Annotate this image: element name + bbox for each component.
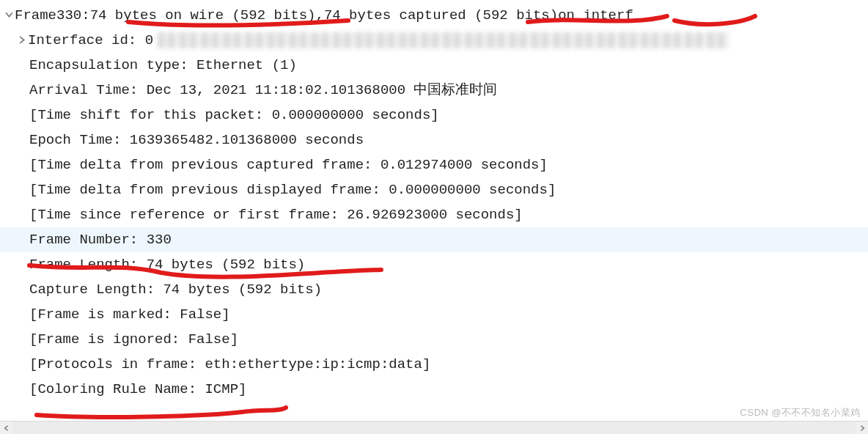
scroll-left-button[interactable] [0,422,12,434]
epoch-time-text: Epoch Time: 1639365482.101368000 seconds [29,128,364,152]
frame-suffix: on interf [558,3,633,28]
coloring-rule-row[interactable]: [Coloring Rule Name: ICMP] [0,377,868,402]
frame-bytes-captured: 74 bytes captured (592 bits) [324,3,558,28]
capture-length-row[interactable]: Capture Length: 74 bytes (592 bits) [0,277,868,302]
interface-id-label: Interface id: 0 [28,28,153,53]
frame-sep1: : [81,3,89,28]
frame-marked-row[interactable]: [Frame is marked: False] [0,302,868,327]
frame-marked-text: [Frame is marked: False] [29,302,230,327]
capture-length-text: Capture Length: 74 bytes (592 bits) [29,277,322,302]
watermark: CSDN @不不不知名小菜鸡 [740,406,861,419]
expand-arrow-frame[interactable] [3,3,15,28]
frame-ignored-row[interactable]: [Frame is ignored: False] [0,327,868,352]
frame-length-row[interactable]: Frame Length: 74 bytes (592 bits) [0,252,868,277]
frame-length-text: Frame Length: 74 bytes (592 bits) [29,252,305,277]
delta-displayed-text: [Time delta from previous displayed fram… [29,177,556,202]
arrival-time-text: Arrival Time: Dec 13, 2021 11:18:02.1013… [29,78,498,103]
delta-captured-text: [Time delta from previous captured frame… [29,152,548,177]
encapsulation-row[interactable]: Encapsulation type: Ethernet (1) [0,53,868,78]
protocols-text: [Protocols in frame: eth:ethertype:ip:ic… [29,352,430,377]
protocols-row[interactable]: [Protocols in frame: eth:ethertype:ip:ic… [0,352,868,377]
frame-sep2: , [316,3,324,28]
delta-captured-row[interactable]: [Time delta from previous captured frame… [0,152,868,177]
interface-id-row[interactable]: Interface id: 0 [0,28,868,53]
horizontal-scrollbar[interactable] [0,421,868,434]
time-shift-text: [Time shift for this packet: 0.000000000… [29,103,439,128]
scroll-track[interactable] [12,422,856,434]
frame-number-row[interactable]: Frame Number: 330 [0,227,868,252]
scroll-right-button[interactable] [856,422,868,434]
frame-prefix: Frame [15,3,56,28]
redacted-interface-value [158,32,729,48]
frame-header-text: Frame 330 : 74 bytes on wire (592 bits) … [15,3,633,28]
arrival-time-row[interactable]: Arrival Time: Dec 13, 2021 11:18:02.1013… [0,78,868,103]
coloring-rule-text: [Coloring Rule Name: ICMP] [29,377,246,402]
since-reference-text: [Time since reference or first frame: 26… [29,202,523,227]
packet-details-tree: Frame 330 : 74 bytes on wire (592 bits) … [0,0,868,402]
frame-number-text: Frame Number: 330 [29,227,172,252]
frame-number: 330 [56,3,81,28]
frame-ignored-text: [Frame is ignored: False] [29,327,238,352]
time-shift-row[interactable]: [Time shift for this packet: 0.000000000… [0,103,868,128]
epoch-time-row[interactable]: Epoch Time: 1639365482.101368000 seconds [0,128,868,152]
delta-displayed-row[interactable]: [Time delta from previous displayed fram… [0,177,868,202]
since-reference-row[interactable]: [Time since reference or first frame: 26… [0,202,868,227]
encapsulation-text: Encapsulation type: Ethernet (1) [29,53,297,78]
expand-arrow-interface[interactable] [16,28,28,53]
frame-bytes-on-wire: 74 bytes on wire (592 bits) [90,3,316,28]
frame-header-row[interactable]: Frame 330 : 74 bytes on wire (592 bits) … [0,3,868,28]
